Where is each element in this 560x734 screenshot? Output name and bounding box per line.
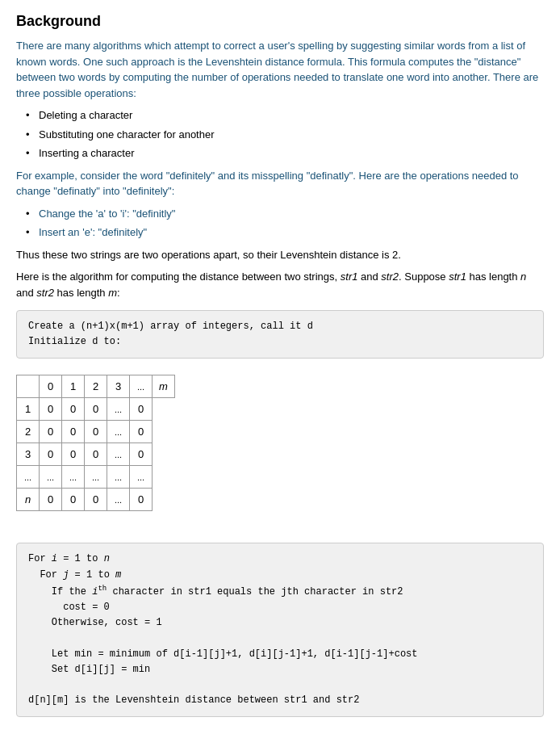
code-line (28, 677, 532, 693)
code-block-2: For i = 1 to n For j = 1 to m If the ith… (16, 543, 544, 717)
matrix-cell: 0 (130, 443, 153, 466)
code-line: Otherwise, cost = 1 (28, 615, 532, 631)
matrix-cell: 0 (62, 443, 85, 466)
matrix-cell: ... (107, 421, 130, 443)
code-line-1: Create a (n+1)x(m+1) array of integers, … (28, 321, 313, 332)
matrix-cell: m (153, 375, 175, 398)
matrix-cell: 0 (40, 421, 62, 443)
code-block-1: Create a (n+1)x(m+1) array of integers, … (16, 310, 544, 359)
matrix-cell: 1 (62, 375, 85, 398)
table-row: 2 0 0 0 ... 0 (17, 421, 175, 443)
matrix-cell: 0 (85, 421, 107, 443)
table-row: n 0 0 0 ... 0 (17, 489, 175, 511)
matrix-cell: ... (62, 466, 85, 489)
matrix-cell: 0 (130, 421, 153, 443)
matrix-cell: 0 (40, 398, 62, 421)
code-line: d[n][m] is the Levenshtein distance betw… (28, 693, 532, 708)
page-title: Background (16, 13, 544, 30)
code-line (28, 631, 532, 646)
matrix-cell: 0 (40, 375, 62, 398)
matrix-cell: 0 (40, 443, 62, 466)
matrix-cell: 1 (17, 398, 40, 421)
list-item: Deleting a character (26, 107, 544, 124)
table-row: 0 1 2 3 ... m (17, 375, 175, 398)
table-row: 3 0 0 0 ... 0 (17, 443, 175, 466)
operations-list: Deleting a character Substituting one ch… (26, 107, 544, 161)
algorithm-intro: Here is the algorithm for computing the … (16, 269, 544, 300)
matrix-cell: 0 (130, 489, 153, 511)
list-item: Inserting a character (26, 145, 544, 161)
matrix-cell: ... (17, 466, 40, 489)
matrix-cell: ... (107, 443, 130, 466)
matrix-cell: 3 (17, 443, 40, 466)
list-item: Insert an 'e': "definitely" (26, 224, 544, 241)
code-line: For i = 1 to n (28, 552, 532, 567)
conclusion-paragraph: Thus these two strings are two operation… (16, 247, 544, 263)
matrix-cell: ... (107, 489, 130, 511)
matrix-cell: ... (130, 375, 153, 398)
matrix-cell (17, 375, 40, 398)
code-line: cost = 0 (28, 600, 532, 615)
code-line: Set d[i][j] = min (28, 662, 532, 677)
matrix-cell: ... (130, 466, 153, 489)
matrix-table: 0 1 2 3 ... m 1 0 0 0 ... 0 2 0 0 0 ... … (16, 375, 175, 511)
matrix-cell: 0 (62, 398, 85, 421)
matrix-cell: ... (40, 466, 62, 489)
table-row: ... ... ... ... ... ... (17, 466, 175, 489)
code-line: For j = 1 to m (28, 568, 532, 583)
matrix-cell: 2 (85, 375, 107, 398)
code-line: If the ith character in str1 equals the … (28, 583, 532, 600)
matrix-cell: 0 (130, 398, 153, 421)
list-item: Change the 'a' to 'i': "definitly" (26, 206, 544, 222)
matrix-cell: ... (85, 466, 107, 489)
code-line: Let min = minimum of d[i-1][j]+1, d[i][j… (28, 647, 532, 662)
matrix-cell: ... (107, 398, 130, 421)
matrix-cell: 0 (85, 489, 107, 511)
matrix-cell: 0 (40, 489, 62, 511)
matrix-cell: 0 (85, 443, 107, 466)
matrix-cell: ... (107, 466, 130, 489)
matrix-container: 0 1 2 3 ... m 1 0 0 0 ... 0 2 0 0 0 ... … (16, 375, 175, 511)
matrix-cell: 0 (62, 421, 85, 443)
matrix-cell: 3 (107, 375, 130, 398)
intro-paragraph: There are many algorithms which attempt … (16, 38, 544, 101)
matrix-cell: 0 (62, 489, 85, 511)
table-row: 1 0 0 0 ... 0 (17, 398, 175, 421)
example-ops-list: Change the 'a' to 'i': "definitly" Inser… (26, 206, 544, 241)
code-line-2: Initialize d to: (28, 336, 121, 347)
matrix-cell: 2 (17, 421, 40, 443)
list-item: Substituting one character for another (26, 127, 544, 143)
matrix-cell: n (17, 489, 40, 511)
example-paragraph: For example, consider the word "definite… (16, 168, 544, 199)
matrix-cell: 0 (85, 398, 107, 421)
